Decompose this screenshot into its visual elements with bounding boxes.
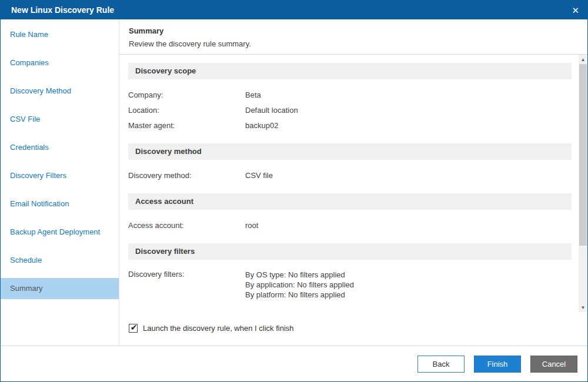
row-value: backup02 <box>245 121 278 130</box>
summary-row-discovery-method: Discovery method: CSV file <box>128 167 572 183</box>
scrollbar-thumb[interactable] <box>579 64 587 246</box>
scrollbar-up-arrow-icon[interactable]: ▲ <box>579 55 587 64</box>
content-header: Summary Review the discovery rule summar… <box>119 19 587 55</box>
content-pane: Summary Review the discovery rule summar… <box>119 19 587 346</box>
cancel-button[interactable]: Cancel <box>530 356 577 373</box>
titlebar: New Linux Discovery Rule ✕ <box>1 1 587 19</box>
section-header-discovery-method: Discovery method <box>128 143 572 160</box>
filter-line-os-type: By OS type: No filters applied <box>245 270 354 280</box>
vertical-scrollbar[interactable]: ▲ ▼ <box>579 55 587 312</box>
sidebar-item-email-notification[interactable]: Email Notification <box>1 193 119 215</box>
row-value: root <box>245 221 258 230</box>
summary-scroll-area: Discovery scope Company: Beta Location: … <box>119 55 587 312</box>
footer-button-bar: Back Finish Cancel <box>1 346 587 381</box>
summary-row-discovery-filters: Discovery filters: By OS type: No filter… <box>128 267 572 300</box>
sidebar-item-backup-agent-deployment[interactable]: Backup Agent Deployment <box>1 222 119 243</box>
back-button[interactable]: Back <box>417 356 465 373</box>
sidebar-item-discovery-method[interactable]: Discovery Method <box>1 81 119 102</box>
sidebar-item-schedule[interactable]: Schedule <box>1 250 119 271</box>
summary-row-company: Company: Beta <box>128 87 572 102</box>
sidebar-item-summary[interactable]: Summary <box>1 278 119 299</box>
scrollbar-down-arrow-icon[interactable]: ▼ <box>579 303 587 312</box>
section-discovery-scope: Discovery scope Company: Beta Location: … <box>128 63 572 143</box>
row-label: Access account: <box>128 221 245 230</box>
row-label: Discovery filters: <box>128 270 245 279</box>
row-value: Default location <box>245 106 298 115</box>
sidebar-item-rule-name[interactable]: Rule Name <box>1 24 119 45</box>
launch-rule-checkbox[interactable]: ✔ <box>129 324 138 333</box>
section-header-discovery-filters: Discovery filters <box>128 243 572 260</box>
close-icon[interactable]: ✕ <box>572 6 579 15</box>
scrollbar-track[interactable] <box>579 64 587 303</box>
sidebar-item-companies[interactable]: Companies <box>1 52 119 73</box>
section-discovery-filters: Discovery filters Discovery filters: By … <box>128 243 572 312</box>
section-header-access-account: Access account <box>128 193 572 210</box>
sidebar-item-csv-file[interactable]: CSV File <box>1 109 119 130</box>
finish-button[interactable]: Finish <box>474 356 521 373</box>
row-label: Company: <box>128 91 245 99</box>
window-title: New Linux Discovery Rule <box>11 5 114 15</box>
sidebar-item-credentials[interactable]: Credentials <box>1 137 119 158</box>
page-subtitle: Review the discovery rule summary. <box>129 39 578 48</box>
new-linux-discovery-rule-dialog: New Linux Discovery Rule ✕ Rule Name Com… <box>0 0 588 382</box>
launch-rule-checkbox-row: ✔ Launch the discovery rule, when I clic… <box>119 312 587 346</box>
filter-line-application: By application: No filters applied <box>245 280 354 290</box>
page-title: Summary <box>129 26 578 35</box>
checkmark-icon: ✔ <box>131 323 138 331</box>
section-header-discovery-scope: Discovery scope <box>128 63 572 79</box>
summary-row-access-account: Access account: root <box>128 217 572 233</box>
sidebar-item-discovery-filters[interactable]: Discovery Filters <box>1 165 119 186</box>
main-area: Rule Name Companies Discovery Method CSV… <box>1 19 587 346</box>
launch-rule-checkbox-label: Launch the discovery rule, when I click … <box>143 324 294 333</box>
row-value: CSV file <box>245 171 273 180</box>
row-label: Discovery method: <box>128 171 245 180</box>
row-label: Master agent: <box>128 121 245 130</box>
summary-content: Discovery scope Company: Beta Location: … <box>119 55 579 312</box>
section-access-account: Access account Access account: root <box>128 193 572 243</box>
summary-row-location: Location: Default location <box>128 102 572 118</box>
row-value: By OS type: No filters applied By applic… <box>245 270 354 300</box>
filter-line-platform: By platform: No filters applied <box>245 290 354 300</box>
row-value: Beta <box>245 91 261 99</box>
section-discovery-method: Discovery method Discovery method: CSV f… <box>128 143 572 193</box>
row-label: Location: <box>128 106 245 115</box>
summary-row-master-agent: Master agent: backup02 <box>128 118 572 133</box>
wizard-steps-sidebar: Rule Name Companies Discovery Method CSV… <box>1 19 119 346</box>
